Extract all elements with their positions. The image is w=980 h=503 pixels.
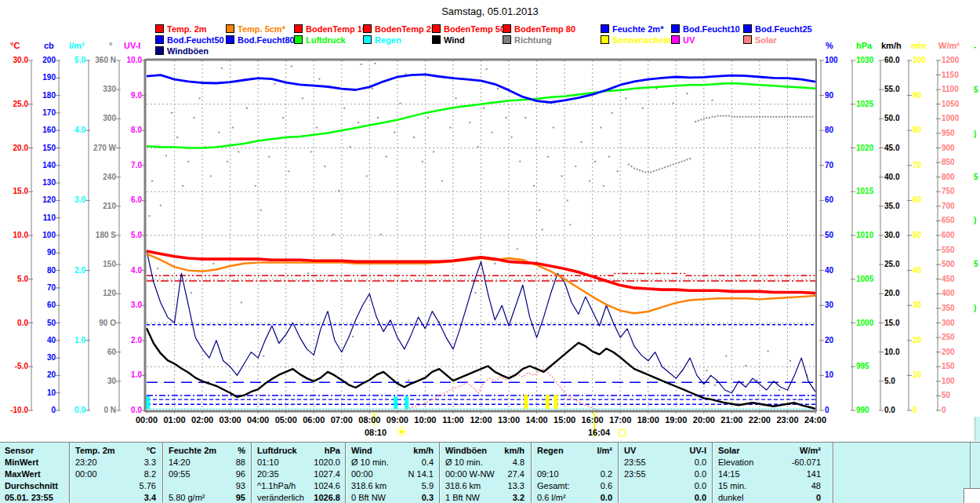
legend-label: Bod.Feucht50 [167,35,224,45]
tick-label: 250 [942,334,955,341]
table-col-unit: W/m² [766,446,821,455]
direction-dot [742,116,744,118]
table-cell-text: 14:15 [718,469,740,479]
direction-dot [664,166,666,168]
direction-dot [187,161,189,162]
direction-dot [764,116,766,118]
legend-label: Feuchte 2m* [612,24,663,34]
tick-label: 25.0 [0,100,28,108]
direction-dot [456,97,457,99]
table-cell-value: 4.8 [462,457,524,467]
direction-dot [709,117,710,118]
direction-dot [221,67,223,69]
direction-dot [492,132,493,133]
direction-dot [469,122,470,123]
direction-dot [539,210,540,211]
legend-item-solar: Solar [743,35,777,45]
legend-color-swatch [294,24,303,33]
tick-label: 1150 [942,71,959,79]
tick-label: 450 [942,275,955,283]
tick-label: 40 [23,337,56,344]
direction-dot [449,126,451,128]
tick-label: 1025 [856,100,873,108]
direction-dot [441,180,443,182]
direction-dot [210,175,212,177]
table-row-label: MaxWert [5,469,41,479]
direction-dot [714,385,716,386]
tick-label: 1030 [856,56,873,64]
direction-dot [687,159,688,160]
direction-dot [745,365,746,366]
direction-dot [291,65,292,67]
table-cell-value: 3.3 [93,457,156,467]
direction-dot [725,115,727,117]
legend-item-bod-feucht80: Bod.Feucht80 [226,35,295,45]
direction-dot [422,161,423,162]
legend-label: Bod.Feucht80 [238,35,295,45]
table-cell-value: -60.071 [758,457,821,467]
legend-item-luftdruck: Luftdruck [294,35,346,45]
direction-dot [149,215,151,217]
x-axis-label: 05:00 [275,415,297,425]
direction-dot [352,336,354,337]
rain-bar [146,396,150,409]
table-col-unit: UV-I [652,446,706,455]
tick-label: 400 [942,290,955,297]
x-axis-label: 01:00 [163,415,185,425]
x-axis-label: 09:00 [387,415,408,425]
direction-dot [781,116,782,118]
tick-label: 1005 [856,275,873,283]
tick-label: 150 [942,363,955,370]
legend-label: Richtung [514,35,552,45]
tick-label: 180 [23,92,56,100]
table-cell-text: 23:55 [624,457,646,467]
direction-dot [193,117,194,118]
tick-label: 1000 [942,115,959,122]
table-cell-value: 0.0 [644,493,706,502]
tick-label: 30 [23,354,56,362]
tick-label: 1020 [856,144,873,152]
table-cell-text: 01:10 [257,457,279,467]
tick-label: 190 [23,74,56,82]
direction-dot [212,263,214,264]
tick-label: 15.0 [884,319,899,327]
legend-color-swatch [226,35,234,44]
table-cell-value: 1027.4 [278,469,340,479]
legend-label: Luftdruck [306,35,346,45]
direction-dot [789,116,791,118]
x-axis-label: 04:00 [247,415,269,425]
tick-label: 900 [942,144,955,152]
tick-label: 750 [942,188,955,195]
table-row-label: Durchschnitt [5,481,58,490]
direction-dot [324,166,325,167]
direction-dot [617,170,619,172]
x-axis-label: 18:00 [637,415,659,425]
direction-dot [759,116,760,118]
axis-header-right-0: % [826,42,833,50]
tick-label: 500 [942,261,955,268]
tick-label: 50.0 [884,115,899,122]
tick-label: 50 [825,231,833,239]
legend-color-swatch [432,35,441,44]
direction-dot [603,185,604,187]
direction-dot [394,132,395,133]
direction-dot [238,151,239,152]
direction-dot [483,108,485,109]
direction-dot [725,355,727,357]
direction-dot [553,126,554,128]
table-cell-value: 1026.8 [278,493,340,502]
direction-dot [374,63,376,64]
legend-color-swatch [363,35,372,44]
tick-label: 90 [913,92,921,100]
tick-label: 1.0 [109,371,142,379]
sunrise-sun-icon [396,426,407,437]
direction-dot [372,88,373,89]
tick-label: 10 [23,389,56,397]
tick-label: 240 [83,173,116,181]
axis-header-right-1: hPa [856,42,872,50]
direction-dot [630,166,632,167]
tick-label: 100 [23,231,56,239]
legend-color-swatch [743,24,752,33]
direction-dot [399,103,401,104]
legend-item-bodentemp-50: BodenTemp 50 [432,24,505,34]
